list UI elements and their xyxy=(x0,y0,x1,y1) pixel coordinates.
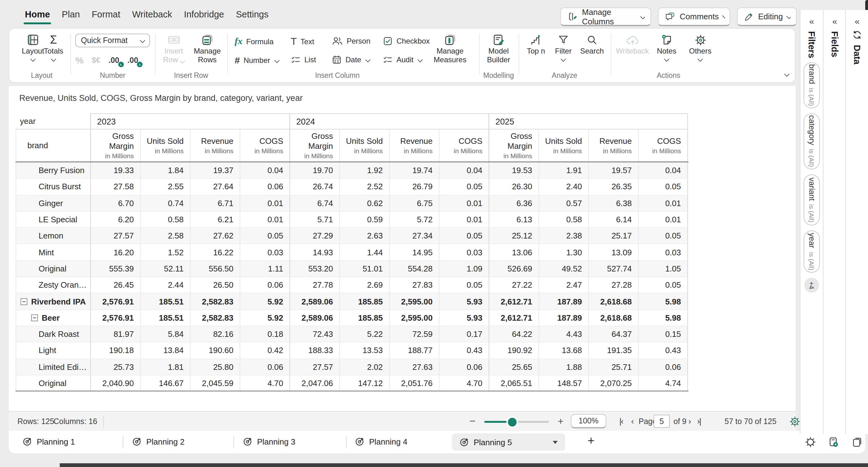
value-cell[interactable]: 13.53 xyxy=(339,343,389,359)
value-cell[interactable]: 27.58 xyxy=(90,179,140,195)
menu-plan[interactable]: Plan xyxy=(61,5,81,23)
value-cell[interactable]: 49.52 xyxy=(538,261,588,277)
increase-decimals-button[interactable]: .00 › xyxy=(127,56,138,64)
value-cell[interactable]: 82.16 xyxy=(190,326,240,342)
value-cell[interactable]: 0.62 xyxy=(339,195,389,211)
value-cell[interactable]: 2,051.76 xyxy=(389,376,439,391)
first-page-icon[interactable]: |‹ xyxy=(619,416,623,426)
value-cell[interactable]: 19.74 xyxy=(389,163,439,178)
measure-header-cell[interactable]: Revenuein Millions xyxy=(389,129,439,161)
value-cell[interactable]: 1.88 xyxy=(538,359,588,375)
value-cell[interactable]: 0.15 xyxy=(638,326,688,342)
value-cell[interactable]: 1.11 xyxy=(240,261,289,277)
row-label-cell[interactable]: Citrus Burst xyxy=(16,179,90,195)
year-header-cell[interactable]: 2024 xyxy=(289,113,489,129)
value-cell[interactable]: 27.34 xyxy=(389,228,439,244)
value-cell[interactable]: 148.57 xyxy=(538,376,588,391)
value-cell[interactable]: 13.06 xyxy=(489,244,538,260)
insert-date-button[interactable]: Date xyxy=(332,55,370,65)
row-label-cell[interactable]: Lemon xyxy=(16,228,90,244)
value-cell[interactable]: 2,045.59 xyxy=(190,376,240,391)
value-cell[interactable]: 27.62 xyxy=(190,228,240,244)
value-cell[interactable]: 19.33 xyxy=(90,163,140,178)
value-cell[interactable]: 0.06 xyxy=(439,359,489,375)
value-cell[interactable]: 5.22 xyxy=(339,326,389,342)
zoom-in-button[interactable]: + xyxy=(558,416,564,427)
filter-chip-variant[interactable]: variantis (All) xyxy=(804,174,820,225)
filter-chip-category[interactable]: categoryis (All) xyxy=(804,113,820,169)
value-cell[interactable]: 5.98 xyxy=(638,310,688,326)
value-cell[interactable]: 27.22 xyxy=(489,277,538,293)
row-label-cell[interactable]: Dark Roast xyxy=(16,326,90,342)
value-cell[interactable]: 2.58 xyxy=(140,228,190,244)
value-cell[interactable]: 26.30 xyxy=(489,179,538,195)
expand-data-icon[interactable]: « xyxy=(846,16,868,26)
value-cell[interactable]: 527.74 xyxy=(588,261,638,277)
insert-list-button[interactable]: List xyxy=(291,55,316,65)
value-cell[interactable]: 25.73 xyxy=(90,359,140,375)
value-cell[interactable]: 81.97 xyxy=(90,326,140,342)
filter-button[interactable]: Filter xyxy=(551,33,576,61)
value-cell[interactable]: 19.70 xyxy=(289,163,339,178)
value-cell[interactable]: 2.52 xyxy=(339,179,389,195)
value-cell[interactable]: 2.63 xyxy=(339,228,389,244)
value-cell[interactable]: 27.63 xyxy=(389,359,439,375)
manage-rows-button[interactable]: Manage Rows xyxy=(191,33,223,64)
value-cell[interactable]: 4.74 xyxy=(638,376,688,391)
value-cell[interactable]: 16.22 xyxy=(190,244,240,260)
value-cell[interactable]: 0.43 xyxy=(439,343,489,359)
measure-header-cell[interactable]: Units Soldin Millions xyxy=(538,129,588,161)
value-cell[interactable]: 0.01 xyxy=(240,195,289,211)
measure-header-cell[interactable]: COGSin Millions xyxy=(240,129,289,161)
measure-header-cell[interactable]: Units Soldin Millions xyxy=(339,129,389,161)
data-panel-title[interactable]: Data xyxy=(846,45,868,64)
add-sheet-tab-button[interactable]: + xyxy=(588,434,594,448)
value-cell[interactable]: 553.20 xyxy=(289,261,339,277)
sheet-tab-planning-4[interactable]: Planning 4 xyxy=(355,437,407,446)
measure-header-cell[interactable]: Gross Marginin Millions xyxy=(489,129,538,161)
value-cell[interactable]: 52.11 xyxy=(140,261,190,277)
value-cell[interactable]: 0.01 xyxy=(638,212,688,228)
value-cell[interactable]: 0.01 xyxy=(439,212,489,228)
value-cell[interactable]: 190.60 xyxy=(190,343,240,359)
value-cell[interactable]: 64.37 xyxy=(588,326,638,342)
value-cell[interactable]: 1.81 xyxy=(140,359,190,375)
value-cell[interactable]: 0.18 xyxy=(240,326,289,342)
value-cell[interactable]: 6.38 xyxy=(588,195,638,211)
value-cell[interactable]: 191.35 xyxy=(588,343,638,359)
value-cell[interactable]: 187.89 xyxy=(538,294,588,310)
value-cell[interactable]: 0.58 xyxy=(538,212,588,228)
value-cell[interactable]: 2,047.06 xyxy=(289,376,339,391)
manage-measures-button[interactable]: Manage Measures xyxy=(430,33,470,64)
menu-home[interactable]: Home xyxy=(24,5,51,23)
value-cell[interactable]: 2,618.68 xyxy=(588,294,638,310)
value-cell[interactable]: 2,612.71 xyxy=(489,294,538,310)
row-label-cell[interactable]: Mint xyxy=(16,244,90,260)
value-cell[interactable]: 19.53 xyxy=(489,163,538,178)
measure-header-cell[interactable]: COGSin Millions xyxy=(439,129,489,161)
value-cell[interactable]: 2.69 xyxy=(339,277,389,293)
value-cell[interactable]: 26.35 xyxy=(588,179,638,195)
value-cell[interactable]: 26.74 xyxy=(289,179,339,195)
value-cell[interactable]: 2.38 xyxy=(538,228,588,244)
value-cell[interactable]: 4.70 xyxy=(439,376,489,391)
value-cell[interactable]: 14.93 xyxy=(289,244,339,260)
row-label-cell[interactable]: Limited Edi… xyxy=(16,359,90,375)
value-cell[interactable]: 1.84 xyxy=(140,163,190,178)
zoom-level-box[interactable]: 100% xyxy=(571,414,606,429)
value-cell[interactable]: 6.70 xyxy=(90,195,140,211)
value-cell[interactable]: 0.17 xyxy=(439,326,489,342)
value-cell[interactable]: 147.12 xyxy=(339,376,389,391)
value-cell[interactable]: 185.51 xyxy=(140,294,190,310)
value-cell[interactable]: 2,595.00 xyxy=(389,294,439,310)
notes-button[interactable]: Notes xyxy=(654,33,679,61)
zoom-out-button[interactable]: − xyxy=(469,415,475,428)
value-cell[interactable]: 6.75 xyxy=(389,195,439,211)
row-label-cell[interactable]: Light xyxy=(16,343,90,359)
value-cell[interactable]: 1.05 xyxy=(638,261,688,277)
menu-settings[interactable]: Settings xyxy=(235,5,270,23)
expand-fields-icon[interactable]: « xyxy=(824,16,846,26)
top-n-button[interactable]: Top n xyxy=(524,33,548,55)
value-cell[interactable]: 555.39 xyxy=(90,261,140,277)
row-label-cell[interactable]: Beer xyxy=(16,310,90,326)
